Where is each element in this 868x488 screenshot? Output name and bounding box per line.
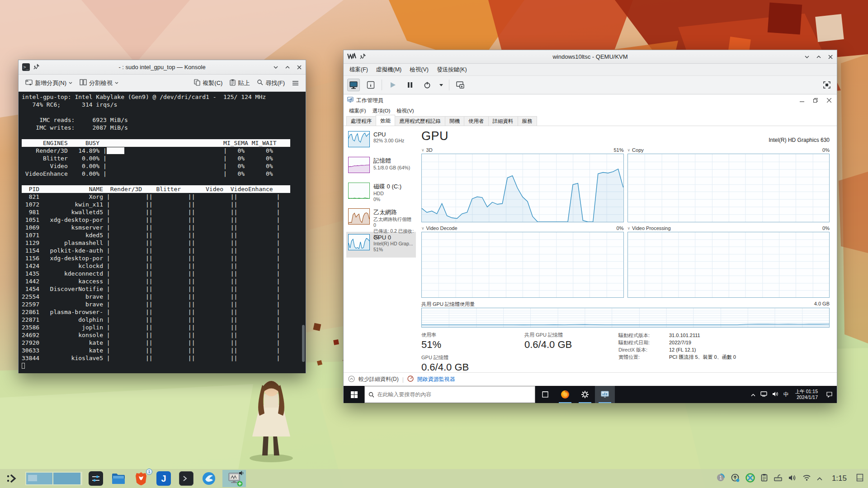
run-button[interactable]: [387, 79, 399, 91]
updates-icon[interactable]: [731, 474, 740, 484]
qemu-titlebar[interactable]: windows10ltsc - QEMU/KVM: [344, 50, 837, 64]
taskmgr-tabs: 處理程序效能應用程式歷程記錄開機使用者詳細資料服務: [344, 115, 837, 126]
panel-clock[interactable]: 1:15: [828, 474, 850, 483]
desktop-2[interactable]: [53, 473, 80, 484]
console-display-button[interactable]: [347, 79, 360, 91]
tab-6[interactable]: 服務: [518, 116, 537, 126]
settings-taskbar-button[interactable]: [575, 386, 595, 403]
split-view-button[interactable]: 分割檢視: [77, 77, 121, 89]
taskmgr-menu-2[interactable]: 檢視(V): [394, 107, 416, 115]
tab-4[interactable]: 使用者: [464, 116, 489, 126]
network-icon[interactable]: [760, 390, 767, 399]
new-tab-button[interactable]: 新增分頁(N): [23, 77, 75, 89]
dolphin-task[interactable]: [109, 470, 127, 487]
vm-info-button[interactable]: [364, 79, 377, 91]
sidebar-item-gpu[interactable]: GPU 0Intel(R) HD Grap...51%: [346, 232, 416, 258]
wifi-icon[interactable]: [802, 474, 811, 483]
virtual-desktop-pager[interactable]: [25, 472, 82, 485]
search-input[interactable]: [377, 391, 531, 398]
vm-display[interactable]: 工作管理員 檔案(F)選項(O)檢視(V) 處理程序效能應用程式歷程記錄開機使用…: [344, 94, 837, 403]
open-resource-monitor-link[interactable]: 開啟資源監視器: [417, 375, 455, 383]
task-view-button[interactable]: [535, 386, 555, 403]
launcher-icon: [6, 474, 17, 483]
tab-2[interactable]: 應用程式歷程記錄: [395, 116, 445, 126]
terminal-scrollbar[interactable]: [302, 92, 305, 373]
tab-5[interactable]: 詳細資料: [488, 116, 518, 126]
sidebar-item-ethernet[interactable]: 乙太網路乙太網路執行個體 0已傳送: 0.2 已接收: 30.: [346, 206, 416, 232]
fullscreen-button[interactable]: [821, 79, 833, 91]
tab-1-active[interactable]: 效能: [376, 115, 395, 126]
system-settings-task[interactable]: [87, 470, 105, 487]
sync-app-icon[interactable]: [745, 473, 755, 484]
pin-icon[interactable]: [360, 53, 366, 61]
pin-icon[interactable]: [33, 63, 39, 71]
taskmgr-title: 工作管理員: [356, 97, 383, 104]
firefox-taskbar-button[interactable]: [555, 386, 575, 403]
tray-notification-count[interactable]: 1: [716, 473, 725, 484]
brave-task[interactable]: 1: [132, 470, 150, 487]
close-button[interactable]: [822, 95, 836, 106]
tray-expand-icon[interactable]: [817, 474, 822, 483]
task-manager-icon: [600, 390, 609, 399]
snapshots-button[interactable]: [454, 79, 467, 91]
taskmgr-taskbar-button[interactable]: [595, 386, 615, 403]
volume-icon[interactable]: [772, 390, 778, 399]
qemu-menu-1[interactable]: 虛擬機(M): [373, 65, 405, 75]
konsole-task[interactable]: [177, 470, 195, 487]
ime-indicator[interactable]: 中: [783, 391, 789, 399]
shutdown-menu-arrow[interactable]: [438, 79, 444, 91]
blue-app-task[interactable]: [200, 470, 218, 487]
find-button[interactable]: 尋找(F): [255, 77, 287, 89]
qemu-menu-0[interactable]: 檔案(F): [346, 65, 371, 75]
minimize-button[interactable]: [804, 54, 810, 60]
sidebar-item-disk[interactable]: 磁碟 0 (C:)HDD0%: [346, 180, 416, 206]
pause-button[interactable]: [404, 79, 416, 91]
taskbar-search-box[interactable]: [364, 386, 535, 403]
app-launcher-button[interactable]: [3, 470, 21, 487]
virt-manager-task-active[interactable]: [222, 470, 246, 487]
taskbar-clock[interactable]: 上午 01:15 2024/1/17: [792, 389, 821, 400]
joplin-task[interactable]: J: [155, 470, 173, 487]
sidebar-item-cpu[interactable]: CPU82% 3.00 GHz: [346, 129, 416, 155]
paste-button[interactable]: 貼上: [227, 77, 252, 89]
tab-0[interactable]: 處理程序: [346, 116, 376, 126]
close-button[interactable]: [297, 65, 302, 70]
show-desktop-button[interactable]: [856, 474, 863, 483]
clipboard-icon[interactable]: [761, 474, 768, 483]
qemu-menu-2[interactable]: 檢視(V): [406, 65, 432, 75]
taskmgr-menu-1[interactable]: 選項(O): [370, 107, 393, 115]
desktop-1[interactable]: [26, 473, 52, 484]
tray-expand-icon[interactable]: [751, 390, 755, 399]
gpu-chart-3d: [421, 154, 624, 222]
shutdown-button[interactable]: [421, 79, 434, 91]
copy-button[interactable]: 複製(C): [192, 77, 225, 89]
scrollbar-thumb[interactable]: [302, 325, 305, 362]
gpu-device-name: Intel(R) HD Graphics 630: [769, 137, 830, 143]
minimize-button[interactable]: [795, 95, 809, 106]
process-row: 1424 kclockd | || || || |: [22, 262, 290, 270]
less-details-button[interactable]: 較少詳細資料(D): [359, 375, 399, 383]
taskmgr-menu-0[interactable]: 檔案(F): [346, 107, 369, 115]
qemu-menu-3[interactable]: 發送按鍵(K): [434, 65, 470, 75]
brave-icon: [135, 472, 147, 485]
restore-button[interactable]: [809, 95, 822, 106]
stat-label: 使用率: [421, 332, 524, 338]
maximize-button[interactable]: [285, 65, 290, 70]
sidebar-item-sub: 0%: [373, 197, 401, 202]
terminal-output: intel-gpu-top: Intel Kabylake (Gen9) @ /…: [19, 92, 306, 370]
hamburger-menu-button[interactable]: [290, 79, 301, 88]
volume-icon[interactable]: [788, 474, 797, 483]
process-row: 33844 kioslave5 | || || || |: [22, 354, 290, 362]
tab-3[interactable]: 開機: [445, 116, 464, 126]
process-row: 22597 brave | || || || |: [22, 300, 290, 308]
terminal-area[interactable]: intel-gpu-top: Intel Kabylake (Gen9) @ /…: [19, 92, 306, 373]
keyboard-icon[interactable]: [774, 474, 783, 483]
action-center-button[interactable]: [821, 386, 837, 403]
minimize-button[interactable]: [273, 65, 278, 70]
sidebar-item-memory[interactable]: 記憶體5.1/8.0 GB (64%): [346, 155, 416, 180]
close-button[interactable]: [828, 54, 833, 60]
start-button[interactable]: [344, 386, 364, 403]
konsole-titlebar[interactable]: >_ - : sudo intel_gpu_top — Konsole: [19, 60, 306, 75]
maximize-button[interactable]: [816, 54, 821, 60]
taskmgr-titlebar[interactable]: 工作管理員: [344, 94, 837, 106]
